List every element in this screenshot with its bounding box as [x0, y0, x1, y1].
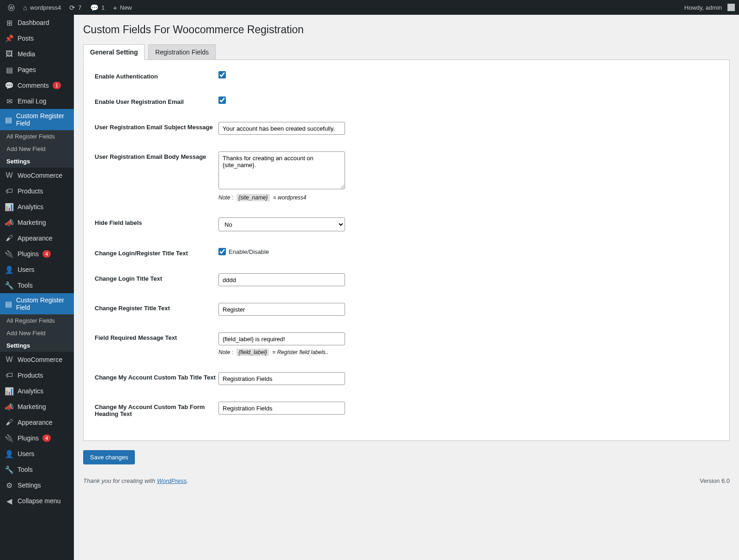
admin-sidebar: ⊞Dashboard 📌Posts 🖼Media ▤Pages 💬Comment…	[0, 15, 74, 560]
wp-logo[interactable]: ⓦ	[4, 0, 19, 15]
menu-media[interactable]: 🖼Media	[0, 46, 74, 62]
tab-general[interactable]: General Setting	[83, 44, 145, 60]
plugins-badge-2: 4	[42, 434, 51, 442]
menu-woocommerce-2[interactable]: WWooCommerce	[0, 352, 74, 367]
change-title-check-label: Enable/Disable	[229, 248, 269, 255]
menu-custom-register[interactable]: ▤Custom Register Field	[0, 109, 74, 130]
menu-appearance[interactable]: 🖌Appearance	[0, 230, 74, 246]
woo-icon: W	[5, 171, 14, 180]
menu-plugins-2[interactable]: 🔌Plugins4	[0, 430, 74, 446]
menu-tools[interactable]: 🔧Tools	[0, 277, 74, 293]
user-icon: 👤	[5, 450, 14, 458]
menu-marketing-2[interactable]: 📣Marketing	[0, 399, 74, 415]
plus-icon: +	[113, 4, 117, 11]
menu-posts[interactable]: 📌Posts	[0, 30, 74, 46]
footer-wp-link[interactable]: WordPress	[157, 477, 187, 484]
save-button[interactable]: Save changes	[83, 450, 135, 464]
footer-thankyou: Thank you for creating with	[83, 477, 157, 484]
menu-settings[interactable]: ⚙Settings	[0, 477, 74, 493]
login-title-label: Change Login Title Text	[95, 273, 218, 282]
comments-link[interactable]: 💬1	[86, 0, 109, 15]
submenu-add-field-2[interactable]: Add New Field	[0, 327, 74, 339]
tab-title-label: Change My Account Custom Tab Title Text	[95, 372, 218, 381]
change-title-label: Change Login/Register Title Text	[95, 248, 218, 257]
enable-reg-email-checkbox[interactable]	[218, 96, 226, 104]
menu-custom-register-2-label: Custom Register Field	[16, 296, 69, 311]
document-icon: ▤	[5, 300, 12, 308]
megaphone-icon: 📣	[5, 218, 14, 227]
howdy-link[interactable]: Howdy, admin	[680, 0, 739, 15]
settings-icon: ⚙	[5, 481, 14, 490]
required-note-prefix: Note :	[218, 349, 233, 355]
body-textarea[interactable]	[218, 151, 345, 189]
plug-icon: 🔌	[5, 250, 14, 259]
body-note-suffix: = wordpress4	[273, 194, 306, 201]
dashboard-icon: ⊞	[5, 18, 14, 27]
collapse-menu[interactable]: ◀Collapse menu	[0, 493, 74, 509]
menu-marketing[interactable]: 📣Marketing	[0, 215, 74, 230]
comment-icon: 💬	[5, 81, 14, 90]
menu-comments[interactable]: 💬Comments1	[0, 78, 74, 93]
enable-reg-email-label: Enable User Registration Email	[95, 96, 218, 105]
menu-dashboard[interactable]: ⊞Dashboard	[0, 15, 74, 30]
required-msg-input[interactable]	[218, 332, 345, 345]
enable-auth-label: Enable Authentication	[95, 71, 218, 80]
updates-link[interactable]: ⟳7	[65, 0, 85, 15]
body-note-prefix: Note :	[218, 194, 233, 201]
submenu-all-fields-2[interactable]: All Register Fields	[0, 314, 74, 327]
menu-users[interactable]: 👤Users	[0, 262, 74, 277]
brush-icon: 🖌	[5, 234, 14, 242]
menu-woocommerce[interactable]: WWooCommerce	[0, 168, 74, 183]
updates-count: 7	[78, 4, 81, 11]
menu-marketing-label: Marketing	[18, 219, 46, 226]
tab-heading-label: Change My Account Custom Tab Form Headin…	[95, 402, 218, 417]
howdy-text: Howdy, admin	[684, 4, 722, 11]
comment-icon: 💬	[90, 4, 99, 11]
media-icon: 🖼	[5, 50, 14, 58]
mail-icon: ✉	[5, 97, 14, 106]
subject-input[interactable]	[218, 122, 345, 135]
menu-pages[interactable]: ▤Pages	[0, 62, 74, 78]
menu-plugins[interactable]: 🔌Plugins4	[0, 246, 74, 262]
tab-registration-fields[interactable]: Registration Fields	[148, 44, 216, 60]
menu-appearance-2[interactable]: 🖌Appearance	[0, 415, 74, 430]
login-title-input[interactable]	[218, 273, 345, 286]
menu-comments-label: Comments	[18, 82, 49, 89]
menu-tools-2[interactable]: 🔧Tools	[0, 462, 74, 477]
tab-heading-input[interactable]	[218, 402, 345, 415]
menu-products[interactable]: 🏷Products	[0, 183, 74, 199]
admin-toolbar: ⓦ ⌂wordpress4 ⟳7 💬1 +New Howdy, admin	[0, 0, 739, 15]
menu-custom-register-2[interactable]: ▤Custom Register Field	[0, 293, 74, 314]
change-title-checkbox[interactable]	[218, 248, 226, 255]
site-name: wordpress4	[30, 4, 61, 11]
plug-icon: 🔌	[5, 434, 14, 443]
menu-tools-2-label: Tools	[18, 466, 33, 473]
menu-dashboard-label: Dashboard	[18, 19, 49, 26]
tabs: General Setting Registration Fields	[83, 44, 730, 60]
settings-panel: Enable Authentication Enable User Regist…	[83, 60, 730, 441]
register-title-label: Change Register Title Text	[95, 303, 218, 312]
menu-analytics-2[interactable]: 📊Analytics	[0, 383, 74, 399]
update-icon: ⟳	[69, 4, 75, 11]
submenu-settings[interactable]: Settings	[0, 155, 74, 168]
menu-plugins-2-label: Plugins	[18, 434, 39, 442]
menu-marketing-2-label: Marketing	[18, 403, 46, 410]
hide-labels-label: Hide Field labels	[95, 217, 218, 226]
register-title-input[interactable]	[218, 303, 345, 316]
enable-auth-checkbox[interactable]	[218, 71, 226, 78]
menu-email-log[interactable]: ✉Email Log	[0, 93, 74, 109]
document-icon: ▤	[5, 115, 12, 124]
menu-products-2[interactable]: 🏷Products	[0, 367, 74, 383]
menu-analytics[interactable]: 📊Analytics	[0, 199, 74, 215]
menu-custom-register-label: Custom Register Field	[16, 112, 69, 127]
site-link[interactable]: ⌂wordpress4	[19, 0, 65, 15]
required-note: Note : {field_label} = Register field la…	[218, 349, 718, 355]
hide-labels-select[interactable]: No	[218, 217, 345, 231]
collapse-label: Collapse menu	[18, 497, 61, 505]
submenu-all-fields[interactable]: All Register Fields	[0, 130, 74, 143]
tab-title-input[interactable]	[218, 372, 345, 385]
submenu-add-field[interactable]: Add New Field	[0, 143, 74, 155]
menu-users-2[interactable]: 👤Users	[0, 446, 74, 462]
new-link[interactable]: +New	[109, 0, 136, 15]
submenu-settings-2[interactable]: Settings	[0, 339, 74, 352]
